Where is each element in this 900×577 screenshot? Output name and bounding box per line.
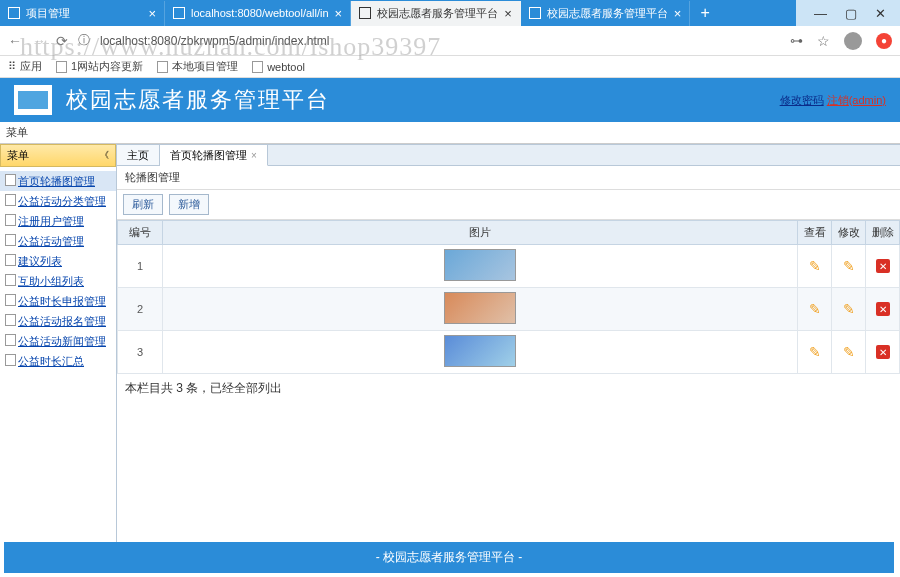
browser-tab-4[interactable]: 校园志愿者服务管理平台 ×	[521, 1, 691, 26]
tab-label: 项目管理	[26, 6, 70, 21]
sidebar-menu: 首页轮播图管理 公益活动分类管理 注册用户管理 公益活动管理 建议列表 互助小组…	[0, 167, 116, 375]
delete-icon[interactable]: ✕	[876, 302, 890, 316]
sidebar-item-signup[interactable]: 公益活动报名管理	[0, 311, 116, 331]
back-icon[interactable]: ←	[8, 33, 22, 49]
cell-image	[163, 245, 798, 288]
cell-id: 2	[118, 288, 163, 331]
close-icon[interactable]: ×	[504, 6, 512, 21]
tab-icon	[359, 7, 371, 19]
edit-icon[interactable]: ✎	[843, 258, 855, 274]
cell-id: 1	[118, 245, 163, 288]
cell-id: 3	[118, 331, 163, 374]
col-view: 查看	[798, 221, 832, 245]
sidebar-header[interactable]: 菜单 《	[0, 144, 116, 167]
table-row: 1 ✎ ✎ ✕	[118, 245, 900, 288]
forward-icon[interactable]: →	[32, 33, 46, 49]
sidebar-item-news[interactable]: 公益活动新闻管理	[0, 331, 116, 351]
tab-icon	[8, 7, 20, 19]
menu-label: 菜单	[0, 122, 900, 144]
view-icon[interactable]: ✎	[809, 258, 821, 274]
new-tab-button[interactable]: +	[690, 4, 719, 22]
cell-image	[163, 288, 798, 331]
bookmark-item[interactable]: 1网站内容更新	[56, 59, 143, 74]
sidebar-item-hours-report[interactable]: 公益时长申报管理	[0, 291, 116, 311]
col-image: 图片	[163, 221, 798, 245]
main-panel: 主页 首页轮播图管理 × 轮播图管理 刷新 新增 编号 图片 查看 修改 删除	[117, 144, 900, 554]
bookmark-item[interactable]: webtool	[252, 61, 305, 73]
page-tabs: 主页 首页轮播图管理 ×	[117, 144, 900, 166]
logout-link[interactable]: 注销(admin)	[827, 94, 886, 106]
tab-label: localhost:8080/webtool/all/in	[191, 7, 329, 19]
content-area: 菜单 《 首页轮播图管理 公益活动分类管理 注册用户管理 公益活动管理 建议列表…	[0, 144, 900, 554]
tab-home[interactable]: 主页	[117, 145, 160, 165]
tab-label: 校园志愿者服务管理平台	[377, 6, 498, 21]
key-icon[interactable]: ⊶	[790, 33, 803, 48]
sidebar-item-groups[interactable]: 互助小组列表	[0, 271, 116, 291]
view-icon[interactable]: ✎	[809, 301, 821, 317]
panel-title: 轮播图管理	[117, 166, 900, 190]
table-row: 3 ✎ ✎ ✕	[118, 331, 900, 374]
add-button[interactable]: 新增	[169, 194, 209, 215]
notification-icon[interactable]: ●	[876, 33, 892, 49]
tab-label: 校园志愿者服务管理平台	[547, 6, 668, 21]
address-bar: ← → ⟳ ⓘ localhost:8080/zbkrwpm5/admin/in…	[0, 26, 900, 56]
sidebar-item-suggestions[interactable]: 建议列表	[0, 251, 116, 271]
close-icon[interactable]: ×	[251, 150, 257, 161]
profile-avatar[interactable]	[844, 32, 862, 50]
sidebar-item-hours-summary[interactable]: 公益时长汇总	[0, 351, 116, 371]
bookmarks-bar: ⠿ 应用 1网站内容更新 本地项目管理 webtool	[0, 56, 900, 78]
minimize-icon[interactable]: —	[814, 6, 827, 21]
refresh-button[interactable]: 刷新	[123, 194, 163, 215]
delete-icon[interactable]: ✕	[876, 259, 890, 273]
app-logo	[14, 85, 52, 115]
app-footer: - 校园志愿者服务管理平台 -	[4, 542, 894, 573]
change-password-link[interactable]: 修改密码	[780, 94, 824, 106]
thumbnail-image	[444, 335, 516, 367]
tab-icon	[173, 7, 185, 19]
close-icon[interactable]: ×	[148, 6, 156, 21]
carousel-table: 编号 图片 查看 修改 删除 1 ✎ ✎ ✕ 2 ✎	[117, 220, 900, 374]
maximize-icon[interactable]: ▢	[845, 6, 857, 21]
sidebar: 菜单 《 首页轮播图管理 公益活动分类管理 注册用户管理 公益活动管理 建议列表…	[0, 144, 117, 554]
sidebar-item-carousel[interactable]: 首页轮播图管理	[0, 171, 116, 191]
tab-carousel-manage[interactable]: 首页轮播图管理 ×	[160, 145, 268, 166]
cell-image	[163, 331, 798, 374]
table-summary: 本栏目共 3 条，已经全部列出	[117, 374, 900, 403]
close-icon[interactable]: ×	[335, 6, 343, 21]
browser-tabs-bar: 项目管理 × localhost:8080/webtool/all/in × 校…	[0, 0, 900, 26]
reload-icon[interactable]: ⟳	[56, 33, 68, 49]
apps-button[interactable]: ⠿ 应用	[8, 59, 42, 74]
bookmark-item[interactable]: 本地项目管理	[157, 59, 238, 74]
col-delete: 删除	[866, 221, 900, 245]
col-edit: 修改	[832, 221, 866, 245]
sidebar-item-users[interactable]: 注册用户管理	[0, 211, 116, 231]
app-title: 校园志愿者服务管理平台	[66, 85, 330, 115]
delete-icon[interactable]: ✕	[876, 345, 890, 359]
tab-icon	[529, 7, 541, 19]
window-controls: — ▢ ✕	[796, 0, 900, 26]
close-icon[interactable]: ×	[674, 6, 682, 21]
edit-icon[interactable]: ✎	[843, 301, 855, 317]
sidebar-item-activity[interactable]: 公益活动管理	[0, 231, 116, 251]
browser-tab-2[interactable]: localhost:8080/webtool/all/in ×	[165, 1, 351, 26]
collapse-icon[interactable]: 《	[100, 149, 109, 162]
toolbar: 刷新 新增	[117, 190, 900, 220]
thumbnail-image	[444, 292, 516, 324]
app-header: 校园志愿者服务管理平台 修改密码 注销(admin)	[0, 78, 900, 122]
bookmark-icon[interactable]: ☆	[817, 33, 830, 49]
thumbnail-image	[444, 249, 516, 281]
url-field[interactable]: localhost:8080/zbkrwpm5/admin/index.html	[100, 34, 780, 48]
sidebar-title: 菜单	[7, 148, 29, 163]
close-window-icon[interactable]: ✕	[875, 6, 886, 21]
sidebar-item-category[interactable]: 公益活动分类管理	[0, 191, 116, 211]
browser-tab-3-active[interactable]: 校园志愿者服务管理平台 ×	[351, 1, 521, 26]
view-icon[interactable]: ✎	[809, 344, 821, 360]
browser-tab-1[interactable]: 项目管理 ×	[0, 1, 165, 26]
table-row: 2 ✎ ✎ ✕	[118, 288, 900, 331]
info-icon[interactable]: ⓘ	[78, 32, 90, 49]
col-id: 编号	[118, 221, 163, 245]
edit-icon[interactable]: ✎	[843, 344, 855, 360]
